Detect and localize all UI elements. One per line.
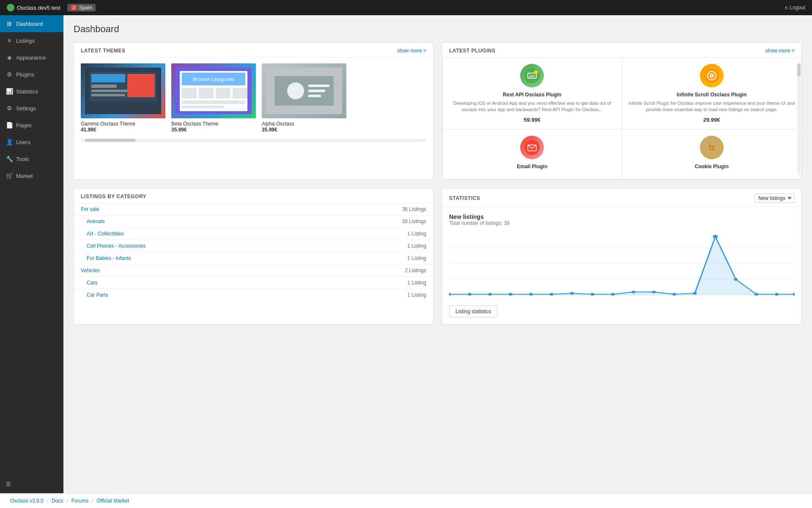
table-row: Vehicles2 Listings [74, 264, 433, 276]
footer-sep3: / [92, 498, 93, 504]
category-link[interactable]: Vehicles [74, 264, 316, 276]
sidebar-item-tools[interactable]: 🔧 Tools [0, 150, 63, 167]
list-item: Cookie Plugin [622, 129, 802, 179]
svg-rect-6 [127, 74, 155, 97]
market-icon: 🛒 [6, 172, 13, 179]
sidebar-item-users[interactable]: 👤 Users [0, 134, 63, 150]
dashboard-icon: ⊞ [6, 20, 13, 27]
sidebar-item-listings[interactable]: ≡ Listings [0, 32, 63, 49]
pages-icon: 📄 [6, 122, 13, 128]
listings-table: For sale36 ListingsAnimals33 ListingsArt… [74, 203, 433, 301]
footer-sep2: / [66, 498, 68, 504]
svg-point-52 [590, 293, 594, 295]
list-item: Alpha Osclass 35.99€ [262, 63, 346, 133]
svg-rect-3 [91, 85, 117, 88]
sidebar-item-pages[interactable]: 📄 Pages [0, 117, 63, 134]
themes-show-more[interactable]: show more > [397, 48, 426, 54]
svg-point-31 [711, 75, 713, 76]
plugins-icon: ⚙ [6, 71, 13, 78]
list-item: Infinite Scroll Osclass Plugin Infinite … [622, 57, 802, 129]
svg-point-50 [550, 293, 554, 295]
table-row: Cell Phones - Accessories1 Listing [74, 240, 433, 252]
category-count: 1 Listing [316, 252, 433, 264]
svg-point-37 [712, 146, 713, 147]
themes-scrollbar-thumb[interactable] [85, 139, 136, 142]
plugin-icon [520, 136, 544, 159]
svg-point-49 [529, 293, 533, 295]
plugins-card-header: LATEST PLUGINS show more > [442, 43, 801, 57]
plugins-title: LATEST PLUGINS [449, 48, 495, 54]
svg-rect-5 [91, 94, 125, 96]
footer-sep1: / [47, 498, 48, 504]
category-count: 1 Listing [316, 276, 433, 289]
table-row: Art - Collectibles1 Listing [74, 227, 433, 240]
sidebar-item-settings[interactable]: ⚙ Settings [0, 100, 63, 117]
themes-scrollbar[interactable] [81, 139, 426, 142]
footer-forums[interactable]: Forums [71, 498, 89, 504]
footer-version[interactable]: Osclass v3.9.0 [10, 498, 44, 504]
list-item: Browse categories Beta Osclass Theme [171, 63, 256, 133]
footer-official-market[interactable]: Official Market [97, 498, 129, 504]
plugins-scrollbar[interactable] [797, 62, 801, 175]
svg-text:Browse categories: Browse categories [193, 76, 235, 82]
listings-card: LISTINGS BY CATEGORY For sale36 Listings… [74, 188, 433, 325]
table-row: Car Parts1 Listing [74, 289, 433, 301]
plugin-price: 59.99€ [449, 117, 616, 123]
plugin-name: Infinite Scroll Osclass Plugin [628, 92, 796, 98]
category-link[interactable]: Cars [74, 276, 316, 289]
category-link[interactable]: Animals [74, 215, 316, 227]
stats-dropdown[interactable]: New listings Page views Users [754, 194, 795, 203]
category-link[interactable]: Art - Collectibles [74, 227, 316, 240]
theme-name: Alpha Osclass [262, 121, 346, 127]
sidebar-item-label: Listings [16, 38, 35, 44]
sidebar-toggle[interactable]: ☰ [0, 475, 63, 493]
list-item: Email Plugin [442, 129, 622, 179]
svg-point-56 [672, 293, 676, 295]
sidebar-item-plugins[interactable]: ⚙ Plugins [0, 66, 63, 83]
sidebar-item-label: Tools [16, 156, 29, 162]
theme-price: 35.99€ [171, 127, 256, 133]
category-link[interactable]: For Babies - Infants [74, 252, 316, 264]
category-link[interactable]: Car Parts [74, 289, 316, 301]
sidebar-item-market[interactable]: 🛒 Market [0, 167, 63, 184]
sidebar-item-label: Appearance [16, 55, 46, 61]
category-link[interactable]: Cell Phones - Accessories [74, 240, 316, 252]
stats-title: STATISTICS [449, 195, 480, 201]
plugins-show-more[interactable]: show more > [765, 48, 795, 54]
topbar-left: Osclass dev5 test 2 Spam [7, 4, 96, 11]
svg-point-39 [713, 148, 714, 150]
sidebar-item-appearance[interactable]: ◈ Appearance [0, 49, 63, 66]
sidebar-item-dashboard[interactable]: ⊞ Dashboard [0, 15, 63, 32]
logout-button[interactable]: ⎋ Logout [785, 5, 805, 11]
svg-rect-11 [182, 88, 197, 98]
svg-text:API: API [529, 74, 535, 78]
footer-docs[interactable]: Docs [52, 498, 63, 504]
category-link[interactable]: For sale [74, 203, 316, 216]
listing-statistics-button[interactable]: Listing statistics [449, 306, 497, 317]
stats-chart-title: New listings [449, 213, 795, 220]
users-icon: 👤 [6, 139, 13, 145]
sidebar-item-label: Pages [16, 122, 32, 128]
svg-point-38 [710, 148, 711, 150]
svg-point-57 [693, 292, 697, 295]
svg-point-53 [611, 293, 615, 295]
tools-icon: 🔧 [6, 156, 13, 162]
table-row: Animals33 Listings [74, 215, 433, 227]
statistics-icon: 📊 [6, 88, 13, 95]
themes-area: Gamma Osclass Theme 41.99€ Browse catego… [74, 57, 433, 139]
svg-point-48 [509, 293, 513, 295]
svg-point-46 [468, 293, 472, 295]
topbar: Osclass dev5 test 2 Spam ⎋ Logout [0, 0, 812, 15]
svg-point-58 [713, 235, 718, 238]
theme-image [81, 63, 165, 118]
sidebar-item-statistics[interactable]: 📊 Statistics [0, 83, 63, 100]
plugin-icon: API ⚙ [520, 64, 544, 87]
list-item: API ⚙ Rest API Osclass Plugin Developing… [442, 57, 622, 129]
list-item: Gamma Osclass Theme 41.99€ [81, 63, 165, 133]
plugins-scrollbar-thumb[interactable] [797, 64, 801, 76]
svg-rect-12 [199, 88, 214, 98]
settings-icon: ⚙ [6, 105, 13, 112]
spam-button[interactable]: 2 Spam [67, 4, 96, 11]
sidebar: ⊞ Dashboard ≡ Listings ◈ Appearance ⚙ Pl… [0, 15, 63, 493]
category-count: 1 Listing [316, 227, 433, 240]
